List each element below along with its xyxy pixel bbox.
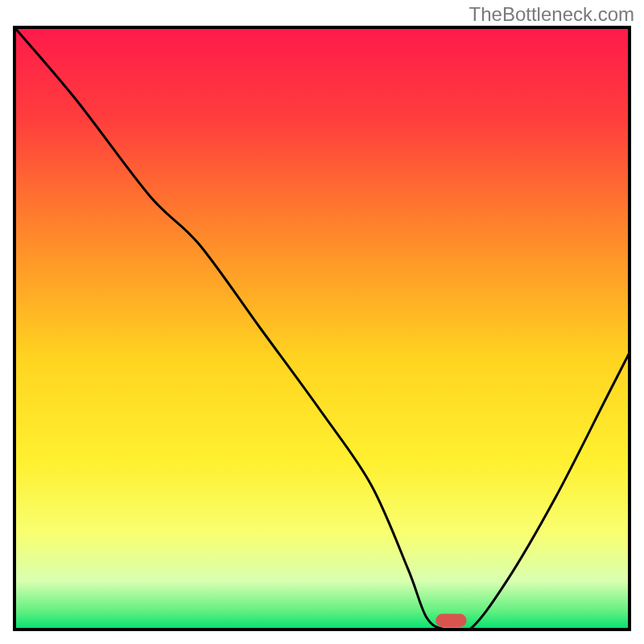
bottleneck-chart [0,0,644,644]
optimal-marker [436,614,466,627]
gradient-background [14,27,630,630]
watermark-text: TheBottleneck.com [469,3,634,26]
chart-container: TheBottleneck.com [0,0,644,644]
